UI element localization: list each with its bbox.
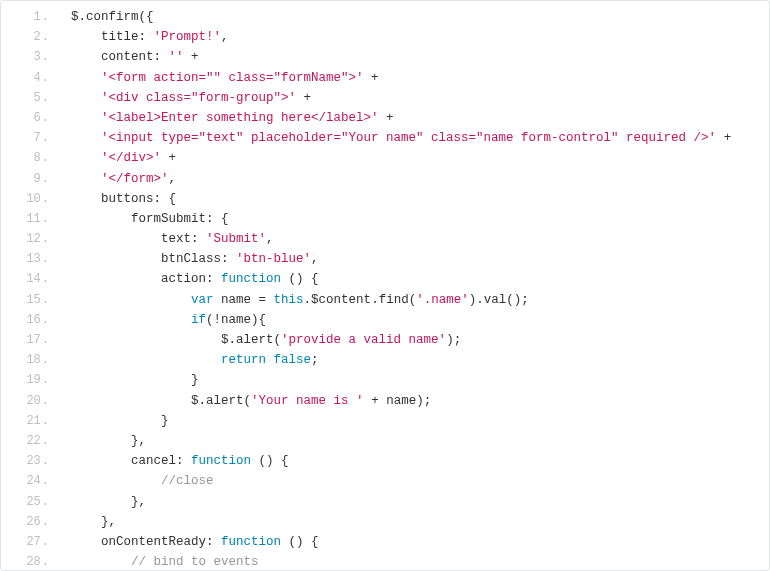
line-number: 8 — [1, 148, 49, 168]
line-number-gutter: 1234567891011121314151617181920212223242… — [1, 1, 57, 570]
line-number: 3 — [1, 47, 49, 67]
line-number: 16 — [1, 310, 49, 330]
code-line: if(!name){ — [71, 310, 769, 330]
code-line: '</div>' + — [71, 148, 769, 168]
code-content: $.confirm({ title: 'Prompt!', content: '… — [57, 1, 769, 570]
code-line: '<input type="text" placeholder="Your na… — [71, 128, 769, 148]
code-line: cancel: function () { — [71, 451, 769, 471]
code-line: return false; — [71, 350, 769, 370]
line-number: 20 — [1, 391, 49, 411]
code-block: 1234567891011121314151617181920212223242… — [0, 0, 770, 571]
code-line: text: 'Submit', — [71, 229, 769, 249]
line-number: 25 — [1, 492, 49, 512]
line-number: 17 — [1, 330, 49, 350]
line-number: 26 — [1, 512, 49, 532]
code-line: } — [71, 411, 769, 431]
code-line: '<label>Enter something here</label>' + — [71, 108, 769, 128]
code-line: }, — [71, 431, 769, 451]
code-line: $.alert('Your name is ' + name); — [71, 391, 769, 411]
line-number: 15 — [1, 290, 49, 310]
line-number: 11 — [1, 209, 49, 229]
line-number: 22 — [1, 431, 49, 451]
code-line: btnClass: 'btn-blue', — [71, 249, 769, 269]
code-line: formSubmit: { — [71, 209, 769, 229]
code-line: }, — [71, 512, 769, 532]
line-number: 24 — [1, 471, 49, 491]
code-line: } — [71, 370, 769, 390]
line-number: 14 — [1, 269, 49, 289]
code-line: action: function () { — [71, 269, 769, 289]
code-line: buttons: { — [71, 189, 769, 209]
line-number: 6 — [1, 108, 49, 128]
line-number: 7 — [1, 128, 49, 148]
line-number: 5 — [1, 88, 49, 108]
line-number: 19 — [1, 370, 49, 390]
line-number: 28 — [1, 552, 49, 571]
code-line: //close — [71, 471, 769, 491]
code-line: '<div class="form-group">' + — [71, 88, 769, 108]
line-number: 9 — [1, 169, 49, 189]
line-number: 13 — [1, 249, 49, 269]
line-number: 4 — [1, 68, 49, 88]
line-number: 18 — [1, 350, 49, 370]
code-line: $.confirm({ — [71, 7, 769, 27]
code-line: onContentReady: function () { — [71, 532, 769, 552]
code-line: }, — [71, 492, 769, 512]
line-number: 27 — [1, 532, 49, 552]
code-line: // bind to events — [71, 552, 769, 571]
code-line: content: '' + — [71, 47, 769, 67]
code-line: '</form>', — [71, 169, 769, 189]
line-number: 23 — [1, 451, 49, 471]
code-line: $.alert('provide a valid name'); — [71, 330, 769, 350]
code-line: var name = this.$content.find('.name').v… — [71, 290, 769, 310]
line-number: 12 — [1, 229, 49, 249]
code-line: '<form action="" class="formName">' + — [71, 68, 769, 88]
code-line: title: 'Prompt!', — [71, 27, 769, 47]
line-number: 10 — [1, 189, 49, 209]
line-number: 21 — [1, 411, 49, 431]
line-number: 2 — [1, 27, 49, 47]
line-number: 1 — [1, 7, 49, 27]
